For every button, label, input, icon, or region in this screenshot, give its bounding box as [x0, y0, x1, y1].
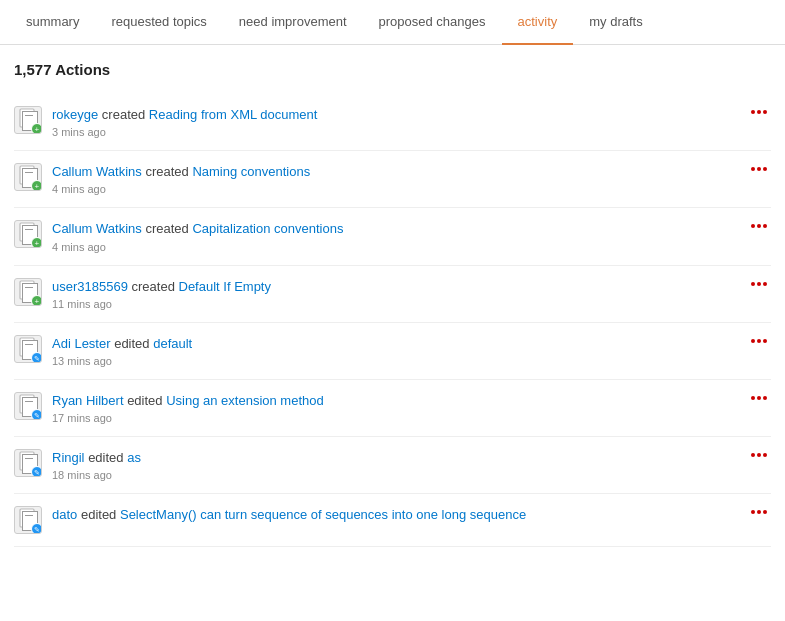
topic-link[interactable]: as: [127, 450, 141, 465]
dot-menu[interactable]: [747, 106, 771, 118]
activity-body: Callum Watkins created Capitalization co…: [52, 220, 737, 252]
tab-my-drafts[interactable]: my drafts: [573, 0, 658, 45]
activity-text: Callum Watkins created Naming convention…: [52, 163, 737, 181]
activity-text: user3185569 created Default If Empty: [52, 278, 737, 296]
tab-requested-topics[interactable]: requested topics: [95, 0, 222, 45]
user-link[interactable]: user3185569: [52, 279, 128, 294]
avatar-badge: +: [31, 123, 42, 134]
dot-menu[interactable]: [747, 163, 771, 175]
activity-time: 11 mins ago: [52, 298, 737, 310]
activity-item: ✎Ringil edited as18 mins ago: [14, 437, 771, 494]
user-link[interactable]: Ryan Hilbert: [52, 393, 124, 408]
activity-text: dato edited SelectMany() can turn sequen…: [52, 506, 737, 524]
activity-body: rokeyge created Reading from XML documen…: [52, 106, 737, 138]
activity-text: Ringil edited as: [52, 449, 737, 467]
activity-body: Callum Watkins created Naming convention…: [52, 163, 737, 195]
user-link[interactable]: rokeyge: [52, 107, 98, 122]
tab-summary[interactable]: summary: [10, 0, 95, 45]
avatar: ✎: [14, 449, 42, 477]
actions-count: 1,577 Actions: [14, 61, 771, 78]
svg-text:✎: ✎: [34, 469, 40, 476]
activity-time: 17 mins ago: [52, 412, 737, 424]
user-link[interactable]: Callum Watkins: [52, 221, 142, 236]
activity-item: ✎Ryan Hilbert edited Using an extension …: [14, 380, 771, 437]
dot-menu[interactable]: [747, 506, 771, 518]
activity-list: +rokeyge created Reading from XML docume…: [14, 94, 771, 547]
activity-time: 13 mins ago: [52, 355, 737, 367]
svg-text:+: +: [35, 239, 40, 247]
activity-time: 3 mins ago: [52, 126, 737, 138]
activity-time: 4 mins ago: [52, 241, 737, 253]
activity-item: ✎Adi Lester edited default13 mins ago: [14, 323, 771, 380]
svg-text:✎: ✎: [34, 355, 40, 362]
topic-link[interactable]: SelectMany() can turn sequence of sequen…: [120, 507, 526, 522]
tab-bar: summaryrequested topicsneed improvementp…: [0, 0, 785, 45]
avatar-badge: +: [31, 237, 42, 248]
activity-body: dato edited SelectMany() can turn sequen…: [52, 506, 737, 526]
activity-body: Ringil edited as18 mins ago: [52, 449, 737, 481]
topic-link[interactable]: default: [153, 336, 192, 351]
dot-menu[interactable]: [747, 335, 771, 347]
activity-actions: [747, 335, 771, 347]
user-link[interactable]: Adi Lester: [52, 336, 111, 351]
avatar: ✎: [14, 506, 42, 534]
activity-body: user3185569 created Default If Empty11 m…: [52, 278, 737, 310]
topic-link[interactable]: Capitalization conventions: [192, 221, 343, 236]
activity-item: +user3185569 created Default If Empty11 …: [14, 266, 771, 323]
avatar: ✎: [14, 335, 42, 363]
svg-text:✎: ✎: [34, 412, 40, 419]
svg-text:✎: ✎: [34, 526, 40, 533]
dot-menu[interactable]: [747, 278, 771, 290]
topic-link[interactable]: Default If Empty: [179, 279, 271, 294]
activity-text: Ryan Hilbert edited Using an extension m…: [52, 392, 737, 410]
activity-actions: [747, 220, 771, 232]
avatar-badge: +: [31, 180, 42, 191]
topic-link[interactable]: Using an extension method: [166, 393, 324, 408]
avatar: +: [14, 106, 42, 134]
activity-item: +Callum Watkins created Capitalization c…: [14, 208, 771, 265]
svg-text:+: +: [35, 125, 40, 133]
tab-need-improvement[interactable]: need improvement: [223, 0, 363, 45]
activity-actions: [747, 106, 771, 118]
tabs-container: summaryrequested topicsneed improvementp…: [0, 0, 785, 45]
dot-menu[interactable]: [747, 392, 771, 404]
activity-actions: [747, 163, 771, 175]
activity-body: Ryan Hilbert edited Using an extension m…: [52, 392, 737, 424]
dot-menu[interactable]: [747, 220, 771, 232]
svg-text:+: +: [35, 297, 40, 305]
tab-proposed-changes[interactable]: proposed changes: [363, 0, 502, 45]
topic-link[interactable]: Naming conventions: [192, 164, 310, 179]
user-link[interactable]: dato: [52, 507, 77, 522]
avatar: +: [14, 220, 42, 248]
user-link[interactable]: Ringil: [52, 450, 85, 465]
topic-link[interactable]: Reading from XML document: [149, 107, 318, 122]
activity-item: ✎dato edited SelectMany() can turn seque…: [14, 494, 771, 547]
activity-time: 4 mins ago: [52, 183, 737, 195]
activity-actions: [747, 278, 771, 290]
activity-actions: [747, 449, 771, 461]
avatar-badge: ✎: [31, 352, 42, 363]
avatar: +: [14, 163, 42, 191]
user-link[interactable]: Callum Watkins: [52, 164, 142, 179]
activity-item: +rokeyge created Reading from XML docume…: [14, 94, 771, 151]
avatar: ✎: [14, 392, 42, 420]
dot-menu[interactable]: [747, 449, 771, 461]
activity-text: Callum Watkins created Capitalization co…: [52, 220, 737, 238]
content-area: 1,577 Actions +rokeyge created Reading f…: [0, 45, 785, 563]
activity-text: Adi Lester edited default: [52, 335, 737, 353]
avatar-badge: ✎: [31, 523, 42, 534]
activity-body: Adi Lester edited default13 mins ago: [52, 335, 737, 367]
activity-time: 18 mins ago: [52, 469, 737, 481]
avatar-badge: ✎: [31, 466, 42, 477]
activity-text: rokeyge created Reading from XML documen…: [52, 106, 737, 124]
activity-actions: [747, 506, 771, 518]
avatar-badge: ✎: [31, 409, 42, 420]
avatar: +: [14, 278, 42, 306]
activity-actions: [747, 392, 771, 404]
tab-activity[interactable]: activity: [502, 0, 574, 45]
avatar-badge: +: [31, 295, 42, 306]
svg-text:+: +: [35, 182, 40, 190]
activity-item: +Callum Watkins created Naming conventio…: [14, 151, 771, 208]
